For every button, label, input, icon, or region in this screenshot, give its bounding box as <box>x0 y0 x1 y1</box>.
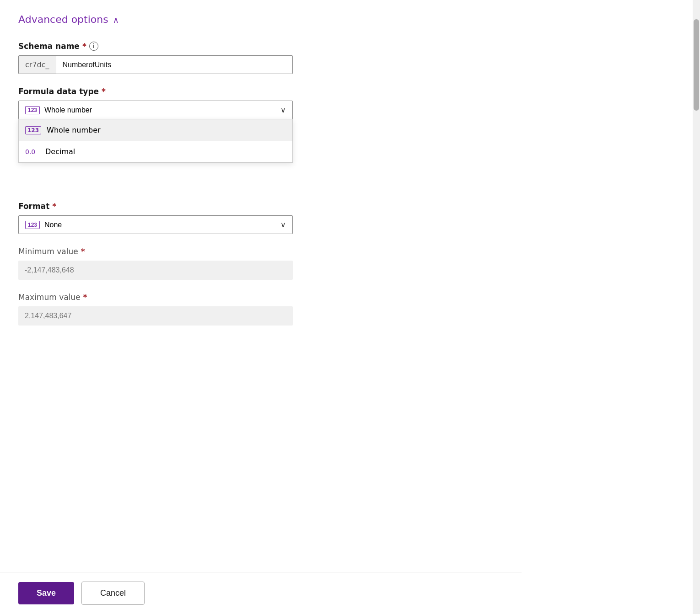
scrollbar[interactable] <box>693 0 700 614</box>
schema-name-info-icon[interactable]: i <box>89 42 98 51</box>
schema-name-input[interactable] <box>56 56 292 74</box>
cancel-button[interactable]: Cancel <box>81 582 145 605</box>
schema-name-input-wrapper: cr7dc_ <box>18 55 293 74</box>
maximum-value-label: Maximum value * <box>18 293 503 302</box>
decimal-icon: 0.0 <box>25 148 40 155</box>
formula-data-type-selected: Whole number <box>44 106 92 114</box>
formula-data-type-required: * <box>102 87 106 96</box>
schema-name-section: Schema name * i cr7dc_ <box>18 42 503 74</box>
formula-data-type-chevron-icon: ∨ <box>280 106 286 114</box>
format-section: Format * 123 None ∨ <box>18 202 503 234</box>
minimum-value-label: Minimum value * <box>18 247 503 256</box>
save-button[interactable]: Save <box>18 582 74 604</box>
minimum-value-section: Minimum value * <box>18 247 503 280</box>
formula-data-type-dropdown-wrapper: 123 Whole number ∨ 123 Whole number 0.0 … <box>18 101 293 119</box>
format-icon: 123 <box>25 221 40 229</box>
formula-data-type-dropdown[interactable]: 123 Whole number ∨ <box>18 101 293 119</box>
format-chevron-icon: ∨ <box>280 220 286 229</box>
format-label: Format * <box>18 202 503 211</box>
maximum-value-input[interactable] <box>18 306 293 326</box>
format-required: * <box>52 202 56 211</box>
advanced-options-title: Advanced options <box>18 14 108 25</box>
format-dropdown[interactable]: 123 None ∨ <box>18 215 293 234</box>
formula-data-type-menu: 123 Whole number 0.0 Decimal <box>18 119 293 163</box>
dropdown-item-decimal[interactable]: 0.0 Decimal <box>19 141 292 162</box>
advanced-options-toggle[interactable]: Advanced options ∧ <box>18 14 503 25</box>
format-dropdown-wrapper: 123 None ∨ <box>18 215 293 234</box>
whole-number-label: Whole number <box>47 126 101 134</box>
formula-data-type-label: Formula data type * <box>18 87 503 96</box>
formula-data-type-icon: 123 <box>25 106 40 114</box>
scrollbar-thumb[interactable] <box>694 19 699 111</box>
footer-actions: Save Cancel <box>0 572 522 614</box>
minimum-value-input[interactable] <box>18 261 293 280</box>
maximum-value-required: * <box>83 293 87 302</box>
chevron-up-icon: ∧ <box>113 15 119 25</box>
decimal-label: Decimal <box>45 147 75 156</box>
minimum-value-required: * <box>81 247 85 256</box>
main-panel: Advanced options ∧ Schema name * i cr7dc… <box>0 0 522 357</box>
dropdown-item-whole-number[interactable]: 123 Whole number <box>19 119 292 141</box>
format-selected: None <box>44 221 62 229</box>
maximum-value-section: Maximum value * <box>18 293 503 326</box>
schema-name-label: Schema name * i <box>18 42 503 51</box>
formula-data-type-section: Formula data type * 123 Whole number ∨ 1… <box>18 87 503 119</box>
whole-number-icon: 123 <box>25 126 41 134</box>
schema-name-required: * <box>82 42 86 51</box>
schema-prefix: cr7dc_ <box>19 56 56 74</box>
